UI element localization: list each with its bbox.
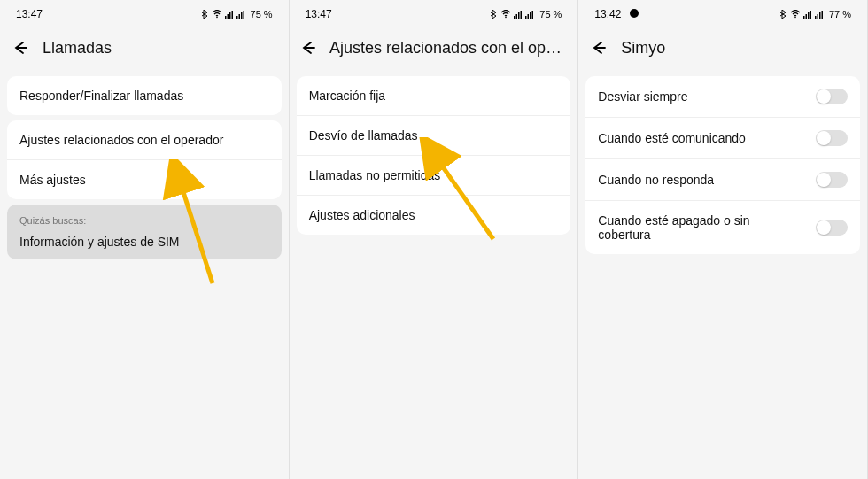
notification-dot-icon (630, 9, 639, 18)
status-bar: 13:42 77 % (578, 0, 867, 25)
svg-rect-30 (821, 11, 823, 19)
svg-rect-19 (532, 11, 534, 19)
item-ajustes-adicionales[interactable]: Ajustes adicionales (297, 196, 571, 235)
hint-label: Quizás buscas: (19, 215, 269, 226)
svg-point-0 (216, 17, 218, 19)
status-bar: 13:47 75 % (0, 0, 289, 25)
arrow-left-icon (589, 39, 607, 57)
svg-rect-24 (805, 14, 807, 19)
svg-rect-18 (530, 12, 531, 19)
svg-rect-7 (241, 12, 243, 19)
item-apagado-sin-cobertura[interactable]: Cuando esté apagado o sin cobertura (585, 201, 860, 254)
svg-rect-14 (518, 12, 520, 19)
svg-rect-23 (803, 16, 805, 19)
toggle-switch[interactable] (816, 172, 848, 188)
toggle-label: Cuando esté apagado o sin cobertura (598, 213, 805, 242)
item-desvio-llamadas[interactable]: Desvío de llamadas (297, 116, 571, 156)
header: Ajustes relacionados con el operad… (290, 25, 578, 71)
bluetooth-icon (200, 10, 209, 19)
page-title: Llamadas (43, 39, 112, 58)
card-toggles: Desviar siempre Cuando esté comunicando … (585, 76, 860, 254)
status-icons (200, 10, 245, 19)
svg-point-11 (505, 17, 507, 19)
wifi-icon (790, 10, 801, 19)
status-right: 75 % (200, 9, 273, 19)
bluetooth-icon (489, 10, 498, 19)
signal2-icon (525, 10, 534, 19)
svg-rect-26 (810, 11, 811, 19)
status-time: 13:42 (594, 8, 621, 20)
status-battery: 75 % (539, 9, 562, 19)
svg-rect-13 (516, 14, 518, 19)
svg-rect-16 (525, 16, 527, 19)
status-icons (779, 10, 824, 19)
wifi-icon (212, 10, 222, 19)
toggle-switch[interactable] (816, 89, 848, 104)
page-title: Ajustes relacionados con el operad… (329, 39, 563, 58)
signal2-icon (236, 10, 245, 19)
status-right: 77 % (779, 9, 851, 19)
item-ajustes-operador[interactable]: Ajustes relacionados con el operador (7, 120, 282, 160)
wifi-icon (500, 10, 511, 19)
svg-rect-27 (815, 16, 817, 19)
toggle-label: Desviar siempre (598, 89, 805, 104)
card-operator: Ajustes relacionados con el operador Más… (7, 120, 282, 199)
item-desviar-siempre[interactable]: Desviar siempre (585, 76, 860, 118)
toggle-switch[interactable] (816, 130, 848, 146)
hint-card[interactable]: Quizás buscas: Información y ajustes de … (7, 205, 282, 259)
signal-icon (803, 10, 812, 19)
status-right: 75 % (489, 9, 562, 19)
svg-rect-25 (808, 12, 810, 19)
svg-rect-5 (236, 16, 238, 19)
toggle-switch[interactable] (816, 220, 848, 236)
status-left: 13:42 (594, 8, 638, 20)
status-battery: 75 % (251, 9, 273, 19)
item-llamadas-no-permitidas[interactable]: Llamadas no permitidas (297, 156, 571, 196)
hint-item: Información y ajustes de SIM (19, 235, 269, 249)
arrow-left-icon (298, 39, 316, 57)
svg-point-22 (794, 17, 796, 19)
item-cuando-comunicando[interactable]: Cuando esté comunicando (585, 118, 860, 159)
bluetooth-icon (779, 10, 787, 19)
item-responder[interactable]: Responder/Finalizar llamadas (7, 76, 282, 115)
back-button[interactable] (298, 37, 317, 58)
card-items: Marcación fija Desvío de llamadas Llamad… (297, 76, 571, 235)
svg-rect-4 (231, 11, 233, 19)
item-cuando-no-responda[interactable]: Cuando no responda (585, 159, 860, 201)
panel-operador: 13:47 75 % Ajustes relacionados con el o… (290, 0, 579, 479)
svg-rect-1 (225, 16, 227, 19)
arrow-left-icon (11, 39, 28, 57)
svg-rect-17 (528, 14, 530, 19)
svg-rect-29 (819, 12, 821, 19)
svg-rect-8 (243, 11, 244, 19)
card-answer: Responder/Finalizar llamadas (7, 76, 282, 115)
svg-rect-12 (514, 16, 515, 19)
page-title: Simyo (621, 39, 665, 58)
item-mas-ajustes[interactable]: Más ajustes (7, 160, 282, 199)
status-time: 13:47 (16, 8, 43, 20)
status-battery: 77 % (829, 9, 851, 19)
status-time: 13:47 (306, 8, 332, 20)
signal2-icon (815, 10, 824, 19)
svg-rect-2 (227, 14, 229, 19)
toggle-label: Cuando esté comunicando (598, 131, 805, 145)
svg-rect-6 (238, 14, 240, 19)
signal-icon (225, 10, 234, 19)
svg-rect-3 (229, 12, 231, 19)
signal-icon (514, 10, 523, 19)
panel-simyo: 13:42 77 % Simyo Desviar siempre Cuando … (578, 0, 868, 479)
svg-rect-15 (521, 11, 523, 19)
item-marcacion-fija[interactable]: Marcación fija (297, 76, 571, 116)
status-icons (489, 10, 534, 19)
header: Llamadas (0, 25, 289, 71)
svg-rect-28 (817, 14, 818, 19)
status-bar: 13:47 75 % (290, 0, 578, 25)
header: Simyo (578, 25, 867, 71)
toggle-label: Cuando no responda (598, 173, 805, 187)
panel-llamadas: 13:47 75 % Llamadas Responder/Finalizar … (0, 0, 290, 479)
back-button[interactable] (9, 37, 30, 58)
back-button[interactable] (587, 37, 608, 58)
